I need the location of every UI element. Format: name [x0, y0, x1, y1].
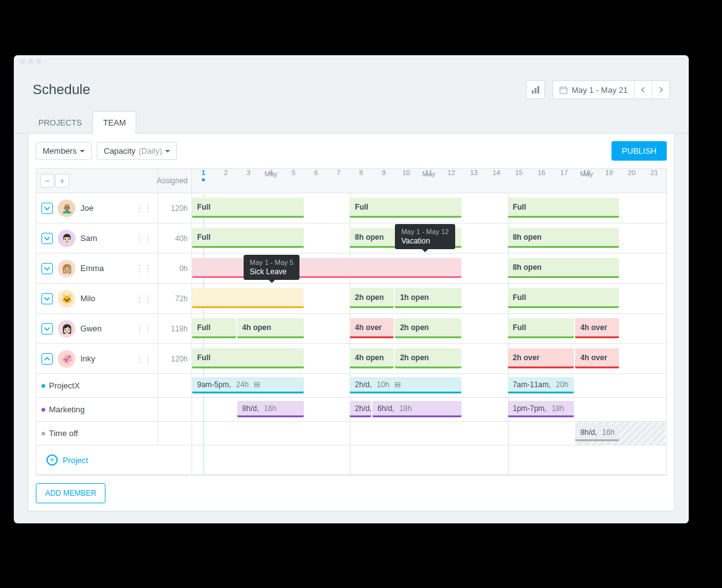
- capacity-block[interactable]: 4h over: [575, 318, 619, 338]
- capacity-block[interactable]: Full: [508, 198, 620, 218]
- member-row-emma: 👩🏼 Emma ⋮⋮ 0h8h openMay 1 - May 5Sick Le…: [36, 254, 666, 284]
- project-timeline[interactable]: 8h/d, 16h2h/d, 4h6h/d, 18h1pm-7pm, 18h: [192, 398, 666, 421]
- chevron-down-icon: [44, 296, 50, 301]
- member-cell: 🦑 Inky ⋮⋮: [36, 344, 158, 373]
- expand-button[interactable]: [41, 323, 53, 334]
- project-block[interactable]: 9am-5pm, 24h ▤: [192, 377, 304, 393]
- capacity-block[interactable]: 2h open: [395, 348, 461, 368]
- capacity-block[interactable]: 4h over: [350, 318, 394, 338]
- avatar: 👨🏽‍🦲: [58, 200, 75, 217]
- drag-handle-icon[interactable]: ⋮⋮: [135, 324, 153, 334]
- capacity-block[interactable]: 8h open: [508, 228, 620, 248]
- chevron-left-icon: [641, 87, 645, 93]
- project-block[interactable]: 8h/d, 16h: [575, 425, 619, 441]
- capacity-block[interactable]: 4h open: [350, 348, 394, 368]
- day-label: 17: [560, 169, 568, 176]
- grid-body: 👨🏽‍🦲 Joe ⋮⋮ 120hFullFullFull 👨🏻 Sam ⋮⋮ 4…: [36, 193, 666, 475]
- capacity-block[interactable]: [192, 258, 461, 278]
- member-timeline[interactable]: FullFullFull: [192, 193, 666, 223]
- svg-rect-1: [535, 88, 537, 94]
- project-block[interactable]: 1pm-7pm, 18h: [508, 401, 574, 417]
- project-assigned: [158, 374, 192, 397]
- caret-down-icon: [80, 150, 85, 152]
- capacity-dropdown[interactable]: Capacity (Daily): [97, 142, 177, 160]
- capacity-block[interactable]: Full: [508, 318, 574, 338]
- project-block[interactable]: 2h/d, 4h: [350, 401, 371, 417]
- grid-header-member: − +: [36, 169, 158, 193]
- capacity-block[interactable]: Full: [192, 198, 304, 218]
- day-label: 4: [269, 169, 273, 176]
- toolbar-left: Members Capacity (Daily): [36, 142, 177, 160]
- members-dropdown[interactable]: Members: [36, 142, 92, 160]
- expand-button[interactable]: [41, 233, 53, 244]
- bar-chart-icon: [531, 85, 540, 94]
- member-cell: 👨🏽‍🦲 Joe ⋮⋮: [36, 193, 158, 223]
- publish-button[interactable]: PUBLISH: [612, 141, 667, 161]
- app-window: Schedule May 1 - May 21: [14, 55, 689, 523]
- expand-button[interactable]: [41, 263, 53, 274]
- drag-handle-icon[interactable]: ⋮⋮: [135, 354, 153, 364]
- project-block[interactable]: 8h/d, 16h: [237, 401, 304, 417]
- date-range-picker: May 1 - May 21: [552, 80, 670, 99]
- project-timeline[interactable]: 8h/d, 16h: [192, 422, 666, 445]
- capacity-block[interactable]: 2h open: [395, 318, 461, 338]
- capacity-block[interactable]: 4h over: [575, 348, 619, 368]
- member-timeline[interactable]: 2h open1h openFull: [192, 284, 666, 313]
- expand-button[interactable]: [41, 203, 53, 214]
- zoom-in-button[interactable]: +: [55, 174, 69, 188]
- tab-team[interactable]: TEAM: [92, 111, 136, 134]
- project-cell: ProjectX: [36, 374, 158, 397]
- member-name: Emma: [80, 264, 104, 273]
- member-row-joe: 👨🏽‍🦲 Joe ⋮⋮ 120hFullFullFull: [36, 193, 666, 223]
- stats-button[interactable]: [526, 80, 545, 99]
- project-block[interactable]: 2h/d, 10h ▤: [350, 377, 461, 393]
- day-label: 8: [359, 169, 363, 176]
- capacity-block[interactable]: 2h over: [508, 348, 574, 368]
- capacity-block[interactable]: Full: [350, 198, 461, 218]
- date-next-button[interactable]: [652, 80, 669, 99]
- project-timeline[interactable]: 9am-5pm, 24h ▤2h/d, 10h ▤7am-11am, 20h: [192, 374, 666, 397]
- capacity-block[interactable]: Full: [192, 348, 304, 368]
- drag-handle-icon[interactable]: ⋮⋮: [135, 294, 153, 304]
- avatar: 🐱: [58, 290, 75, 307]
- capacity-block[interactable]: [192, 288, 304, 308]
- capacity-block[interactable]: Full: [508, 288, 620, 308]
- expand-button[interactable]: [41, 293, 53, 304]
- expand-button[interactable]: [41, 353, 53, 365]
- member-timeline[interactable]: 8h openMay 1 - May 5Sick LeaveMay 1 - Ma…: [192, 254, 666, 283]
- capacity-block[interactable]: Full: [192, 228, 304, 248]
- add-project-label: Project: [63, 456, 88, 465]
- svg-rect-0: [532, 90, 534, 94]
- member-timeline[interactable]: Full4h open4h over2h openFull4h over: [192, 314, 666, 343]
- project-block[interactable]: 6h/d, 18h: [372, 401, 461, 417]
- plus-circle-icon: +: [46, 454, 58, 466]
- window-title-bar: [14, 55, 689, 68]
- add-project-cell: +Project: [36, 446, 192, 474]
- drag-handle-icon[interactable]: ⋮⋮: [135, 203, 153, 213]
- add-member-button[interactable]: ADD MEMBER: [36, 483, 105, 503]
- capacity-block[interactable]: 8h open: [508, 258, 620, 278]
- date-prev-button[interactable]: [634, 80, 652, 99]
- add-project-button[interactable]: +Project: [41, 449, 93, 471]
- member-name: Joe: [80, 203, 94, 213]
- drag-handle-icon[interactable]: ⋮⋮: [135, 233, 153, 243]
- date-range-button[interactable]: May 1 - May 21: [553, 85, 634, 95]
- project-name: ProjectX: [49, 381, 80, 390]
- add-project-timeline: [192, 446, 666, 474]
- capacity-block[interactable]: 1h open: [395, 288, 461, 308]
- drag-handle-icon[interactable]: ⋮⋮: [135, 264, 153, 274]
- zoom-out-button[interactable]: −: [40, 174, 54, 188]
- project-color-dot: [41, 432, 45, 436]
- member-cell: 👨🏻 Sam ⋮⋮: [36, 223, 158, 253]
- tab-projects[interactable]: PROJECTS: [28, 111, 92, 134]
- capacity-block[interactable]: 2h open: [350, 288, 394, 308]
- capacity-block[interactable]: 4h open: [237, 318, 304, 338]
- capacity-block[interactable]: Full: [192, 318, 236, 338]
- tabs: PROJECTS TEAM: [14, 110, 689, 134]
- member-timeline[interactable]: Full4h open2h open2h over4h over: [192, 344, 666, 373]
- day-label: 1: [202, 169, 205, 176]
- tooltip-vacation: May 1 - May 12Vacation: [395, 224, 455, 249]
- project-block[interactable]: 7am-11am, 20h: [508, 377, 574, 393]
- member-name: Gwen: [80, 324, 102, 333]
- traffic-light-dot: [36, 59, 41, 64]
